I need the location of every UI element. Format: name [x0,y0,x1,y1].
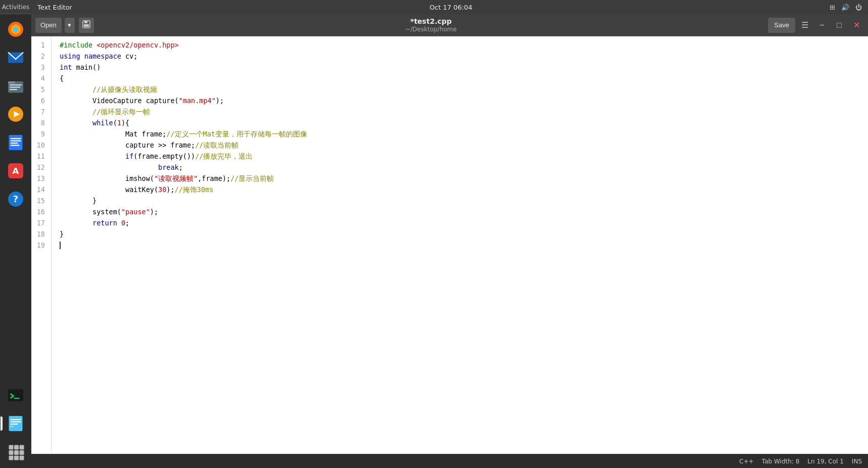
line-number-19: 19 [35,240,45,251]
line-number-14: 14 [35,184,45,195]
svg-rect-25 [11,424,18,425]
line-number-13: 13 [35,173,45,184]
line-number-12: 12 [35,162,45,173]
sidebar-item-libreoffice[interactable] [4,130,28,155]
save-as-icon [82,20,91,30]
sidebar-item-appstore[interactable]: A [4,159,28,183]
filepath: ~/Desktop/home [405,26,457,33]
code-line-9: Mat frame;//定义一个Mat变量，用于存储每一帧的图像 [60,128,868,139]
datetime: Oct 17 06:04 [429,4,472,11]
statusbar: C++ Tab Width: 8 Ln 19, Col 1 INS [31,454,868,468]
sidebar-item-firefox[interactable] [4,17,28,41]
toolbar-right: Save ☰ − □ ✕ [768,18,864,33]
code-content[interactable]: #include <opencv2/opencv.hpp>using names… [52,36,868,454]
svg-rect-34 [14,456,19,460]
code-line-2: using namespace cv; [60,51,868,62]
sidebar-item-apps[interactable] [4,440,28,464]
main-area: Text Editor Oct 17 06:04 ⊞ 🔊 ⏻ Open ▾ *t… [31,0,868,468]
sidebar-item-terminal[interactable] [4,383,28,407]
svg-rect-33 [9,456,14,460]
line-number-10: 10 [35,139,45,151]
minimize-button[interactable]: − [814,18,830,33]
topbar-left: Text Editor [37,4,72,11]
svg-rect-37 [84,21,87,23]
svg-rect-35 [20,456,24,460]
code-line-19 [60,240,868,251]
topbar-center: Oct 17 06:04 [429,4,472,11]
sidebar-item-help[interactable]: ? [4,187,28,211]
sidebar-item-texteditor[interactable] [4,411,28,436]
code-line-7: //循环显示每一帧 [60,106,868,117]
topbar-right: ⊞ 🔊 ⏻ [830,4,862,11]
maximize-button[interactable]: □ [832,18,847,33]
code-line-1: #include <opencv2/opencv.hpp> [60,39,868,51]
code-line-17: return 0; [60,217,868,228]
cursor-position: Ln 19, Col 1 [807,458,844,465]
line-number-11: 11 [35,151,45,162]
code-line-13: imshow("读取视频帧",frame);//显示当前帧 [60,173,868,184]
line-number-1: 1 [35,39,45,51]
activities-label: Activities [2,4,30,11]
code-line-18: } [60,228,868,240]
save-button[interactable]: Save [768,18,795,33]
svg-rect-31 [14,450,19,455]
close-icon: ✕ [853,20,860,30]
line-number-5: 5 [35,84,45,95]
svg-point-2 [13,27,19,32]
sidebar-item-rhythmbox[interactable] [4,102,28,126]
svg-rect-27 [9,445,14,450]
line-number-2: 2 [35,51,45,62]
power-icon: ⏻ [855,4,862,11]
open-button[interactable]: Open [35,18,62,33]
code-line-15: } [60,195,868,206]
svg-rect-32 [20,450,24,455]
text-cursor [60,242,61,249]
filename: *test2.cpp [410,17,452,26]
svg-rect-23 [11,419,21,420]
svg-rect-29 [20,445,24,450]
svg-rect-24 [11,422,21,423]
svg-rect-6 [10,84,22,85]
code-line-10: capture >> frame;//读取当前帧 [60,139,868,151]
sidebar-item-email[interactable] [4,45,28,70]
hamburger-button[interactable]: ☰ [797,18,812,33]
hamburger-icon: ☰ [801,20,808,30]
svg-rect-8 [10,89,17,90]
svg-rect-5 [8,81,15,84]
minimize-icon: − [819,21,824,30]
statusbar-right: C++ Tab Width: 8 Ln 19, Col 1 INS [739,458,862,465]
line-number-16: 16 [35,206,45,217]
maximize-icon: □ [837,21,842,30]
language-selector[interactable]: C++ [739,458,754,465]
close-button[interactable]: ✕ [849,18,864,33]
open-dropdown-button[interactable]: ▾ [65,18,75,33]
code-line-11: if(frame.empty())//播放完毕，退出 [60,151,868,162]
line-number-9: 9 [35,128,45,139]
code-line-14: waitKey(30);//掩饰30ms [60,184,868,195]
volume-icon: 🔊 [841,4,849,11]
svg-rect-38 [84,24,89,27]
line-number-6: 6 [35,95,45,106]
title-area: *test2.cpp ~/Desktop/home [96,17,766,33]
activities-button[interactable]: Activities [0,0,31,14]
line-number-18: 18 [35,228,45,240]
app-title: Text Editor [37,4,72,11]
line-number-15: 15 [35,195,45,206]
line-number-7: 7 [35,106,45,117]
editor-toolbar: Open ▾ *test2.cpp ~/Desktop/home Save ☰ … [31,14,868,36]
network-icon: ⊞ [830,4,835,11]
line-number-3: 3 [35,62,45,73]
sidebar: Activities [0,0,31,468]
line-number-4: 4 [35,73,45,84]
sidebar-item-files[interactable] [4,74,28,98]
code-line-16: system("pause"); [60,206,868,217]
line-number-17: 17 [35,217,45,228]
tab-width-selector[interactable]: Tab Width: 8 [762,458,799,465]
svg-rect-20 [8,389,23,401]
save-as-button[interactable] [79,18,94,33]
svg-rect-30 [9,450,14,455]
svg-rect-12 [11,138,21,139]
code-line-12: break; [60,162,868,173]
editor-area[interactable]: 12345678910111213141516171819 #include <… [31,36,868,454]
svg-text:?: ? [13,194,18,204]
